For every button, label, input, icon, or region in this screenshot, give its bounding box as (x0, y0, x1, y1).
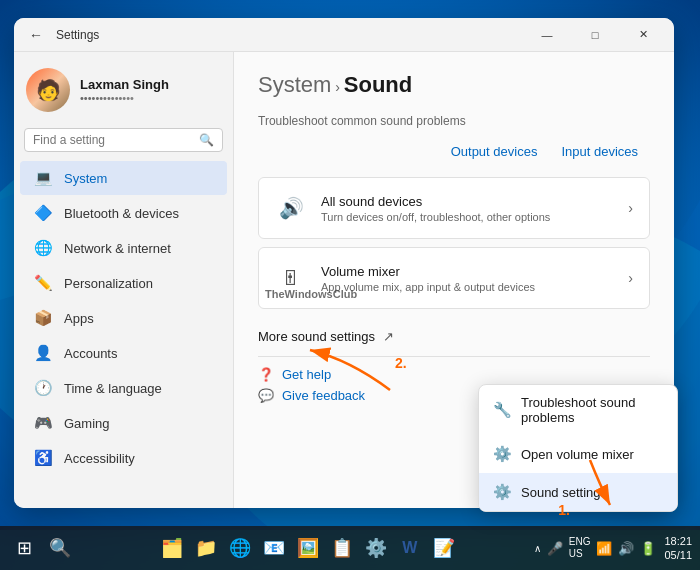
taskbar-explorer[interactable]: 📁 (190, 532, 222, 564)
user-name: Laxman Singh (80, 77, 200, 92)
external-link-icon: ↗ (383, 329, 394, 344)
close-button[interactable]: ✕ (620, 18, 666, 52)
sidebar-item-label: Accessibility (64, 451, 135, 466)
taskbar-photos[interactable]: 🖼️ (292, 532, 324, 564)
tab-input-devices[interactable]: Input devices (549, 140, 650, 165)
context-troubleshoot[interactable]: 🔧 Troubleshoot sound problems (479, 385, 677, 435)
taskbar-word[interactable]: W (394, 532, 426, 564)
card-subtitle: App volume mix, app input & output devic… (321, 281, 614, 293)
taskbar: ⊞ 🔍 🗂️ 📁 🌐 📧 🖼️ 📋 ⚙️ W 📝 ∧ 🎤 ENGUS 📶 🔊 🔋 (0, 526, 700, 570)
sidebar-item-time[interactable]: 🕐 Time & language (20, 371, 227, 405)
search-input[interactable] (33, 133, 193, 147)
sidebar-item-label: Network & internet (64, 241, 171, 256)
wrench-icon: 🔧 (493, 401, 511, 419)
taskbar-settings[interactable]: ⚙️ (360, 532, 392, 564)
taskbar-notepad[interactable]: 📝 (428, 532, 460, 564)
start-button[interactable]: ⊞ (8, 532, 40, 564)
title-bar: ← Settings — □ ✕ (14, 18, 674, 52)
system-tray: ∧ 🎤 ENGUS 📶 🔊 🔋 (534, 536, 657, 560)
user-profile[interactable]: 🧑 Laxman Singh •••••••••••••• (14, 60, 233, 124)
card-title: All sound devices (321, 194, 614, 209)
volume-icon[interactable]: 🔊 (618, 541, 634, 556)
tray-chevron[interactable]: ∧ (534, 543, 541, 554)
bluetooth-icon: 🔷 (34, 204, 52, 222)
breadcrumb-parent: System (258, 72, 331, 97)
window-controls: — □ ✕ (524, 18, 666, 52)
back-button[interactable]: ← (22, 21, 50, 49)
user-email: •••••••••••••• (80, 92, 200, 104)
arrow-annotation-1 (560, 455, 620, 515)
search-container: 🔍 (14, 124, 233, 160)
feedback-icon: 💬 (258, 388, 274, 403)
sidebar-item-accounts[interactable]: 👤 Accounts (20, 336, 227, 370)
search-box[interactable]: 🔍 (24, 128, 223, 152)
sidebar-item-label: Apps (64, 311, 94, 326)
sidebar-item-gaming[interactable]: 🎮 Gaming (20, 406, 227, 440)
network-icon: 🌐 (34, 239, 52, 257)
avatar: 🧑 (26, 68, 70, 112)
sidebar-item-label: Bluetooth & devices (64, 206, 179, 221)
accessibility-icon: ♿ (34, 449, 52, 467)
card-title: Volume mixer (321, 264, 614, 279)
troubleshoot-link[interactable]: Troubleshoot common sound problems (258, 114, 650, 128)
search-button[interactable]: 🔍 (44, 532, 76, 564)
taskbar-center: 🗂️ 📁 🌐 📧 🖼️ 📋 ⚙️ W 📝 (82, 532, 534, 564)
sidebar-item-label: Gaming (64, 416, 110, 431)
wifi-icon[interactable]: 📶 (596, 541, 612, 556)
gear-icon-2: ⚙️ (493, 483, 511, 501)
maximize-button[interactable]: □ (572, 18, 618, 52)
sidebar-item-system[interactable]: 💻 System (20, 161, 227, 195)
more-sound-label: More sound settings (258, 329, 375, 344)
tab-output-devices[interactable]: Output devices (439, 140, 550, 165)
minimize-button[interactable]: — (524, 18, 570, 52)
volume-mixer-card[interactable]: 🎚 Volume mixer App volume mix, app input… (258, 247, 650, 309)
get-help-link[interactable]: ❓ Get help (258, 367, 650, 382)
gear-icon: ⚙️ (493, 445, 511, 463)
taskbar-widgets[interactable]: 🗂️ (156, 532, 188, 564)
lang-indicator[interactable]: ENGUS (569, 536, 591, 560)
desktop: ← Settings — □ ✕ 🧑 Laxman Singh ••••••••… (0, 0, 700, 570)
chevron-right-icon: › (628, 270, 633, 286)
taskbar-clipboard[interactable]: 📋 (326, 532, 358, 564)
system-icon: 💻 (34, 169, 52, 187)
search-icon: 🔍 (199, 133, 214, 147)
sidebar-nav: 💻 System 🔷 Bluetooth & devices 🌐 Network… (14, 160, 233, 476)
sidebar-item-network[interactable]: 🌐 Network & internet (20, 231, 227, 265)
taskbar-mail[interactable]: 📧 (258, 532, 290, 564)
sidebar-item-label: Accounts (64, 346, 117, 361)
card-subtitle: Turn devices on/off, troubleshoot, other… (321, 211, 614, 223)
taskbar-start: ⊞ 🔍 (8, 532, 76, 564)
more-sound-settings[interactable]: More sound settings ↗ (258, 317, 650, 357)
all-sound-card[interactable]: 🔊 All sound devices Turn devices on/off,… (258, 177, 650, 239)
gaming-icon: 🎮 (34, 414, 52, 432)
time-icon: 🕐 (34, 379, 52, 397)
taskbar-right: ∧ 🎤 ENGUS 📶 🔊 🔋 18:21 05/11 (534, 534, 692, 563)
window-title: Settings (56, 28, 99, 42)
breadcrumb: System › Sound (258, 72, 650, 98)
personalization-icon: ✏️ (34, 274, 52, 292)
battery-icon[interactable]: 🔋 (640, 541, 656, 556)
user-info: Laxman Singh •••••••••••••• (80, 77, 200, 104)
accounts-icon: 👤 (34, 344, 52, 362)
help-icon: ❓ (258, 367, 274, 382)
sidebar-item-label: Time & language (64, 381, 162, 396)
sidebar-item-apps[interactable]: 📦 Apps (20, 301, 227, 335)
sidebar-item-bluetooth[interactable]: 🔷 Bluetooth & devices (20, 196, 227, 230)
sound-icon: 🔊 (275, 192, 307, 224)
apps-icon: 📦 (34, 309, 52, 327)
time-display: 18:21 (664, 534, 692, 548)
date-display: 05/11 (664, 548, 692, 562)
clock[interactable]: 18:21 05/11 (664, 534, 692, 563)
microphone-icon[interactable]: 🎤 (547, 541, 563, 556)
sidebar-item-label: System (64, 171, 107, 186)
taskbar-edge[interactable]: 🌐 (224, 532, 256, 564)
page-header: System › Sound (258, 72, 650, 98)
mixer-icon: 🎚 (275, 262, 307, 294)
chevron-right-icon: › (628, 200, 633, 216)
breadcrumb-separator: › (335, 79, 344, 95)
card-text: Volume mixer App volume mix, app input &… (321, 264, 614, 293)
sidebar-item-label: Personalization (64, 276, 153, 291)
card-text: All sound devices Turn devices on/off, t… (321, 194, 614, 223)
sidebar-item-personalization[interactable]: ✏️ Personalization (20, 266, 227, 300)
sidebar-item-accessibility[interactable]: ♿ Accessibility (20, 441, 227, 475)
